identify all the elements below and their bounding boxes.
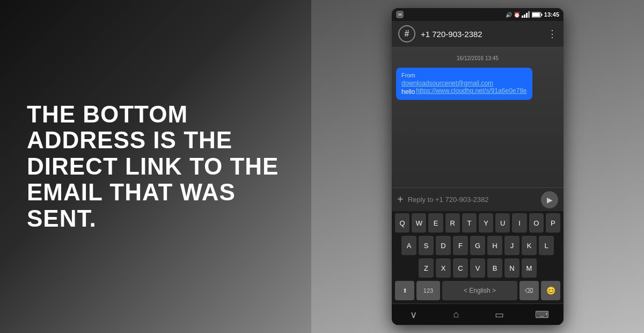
left-panel: THE BOTTOM ADDRESS IS THE DIRECT LINK TO… <box>0 0 311 333</box>
recents-nav-button[interactable]: ▭ <box>488 304 510 325</box>
key-b[interactable]: B <box>487 258 502 278</box>
email-link[interactable]: downloadsourcenet@gmail.com <box>401 79 527 87</box>
key-g[interactable]: G <box>470 236 485 255</box>
key-y[interactable]: Y <box>479 213 493 233</box>
svg-rect-3 <box>524 15 525 18</box>
key-n[interactable]: N <box>504 258 519 278</box>
key-a[interactable]: A <box>401 236 416 255</box>
attach-button[interactable]: + <box>397 193 404 206</box>
keyboard-bottom-row: ⬆ 123 < English > ⌫ 😊 <box>392 279 564 303</box>
language-key[interactable]: < English > <box>442 281 517 300</box>
menu-dots-button[interactable]: ⋮ <box>547 28 557 40</box>
message-bubble: From downloadsourcenet@gmail.com hello h… <box>396 68 532 100</box>
alarm-icon: ⏰ <box>514 12 520 18</box>
key-d[interactable]: D <box>436 236 451 255</box>
key-e[interactable]: E <box>428 213 443 233</box>
nav-bar: ∨ ⌂ ▭ ⌨ <box>392 303 564 325</box>
battery-icon <box>532 12 543 18</box>
signal-icon <box>522 11 530 18</box>
key-p[interactable]: P <box>546 213 560 233</box>
svg-rect-4 <box>526 13 528 18</box>
phone-frame: ✉ 🔊 ⏰ <box>392 8 564 325</box>
keyboard-nav-button[interactable]: ⌨ <box>531 304 553 325</box>
key-i[interactable]: I <box>512 213 526 233</box>
hash-avatar: # <box>398 25 415 42</box>
svg-rect-5 <box>528 11 530 18</box>
reply-input[interactable]: Reply to +1 720-903-2382 <box>408 196 537 204</box>
key-v[interactable]: V <box>470 258 485 278</box>
key-s[interactable]: S <box>419 236 434 255</box>
reply-bar: + Reply to +1 720-903-2382 ▶ <box>392 187 564 211</box>
key-w[interactable]: W <box>412 213 426 233</box>
send-button[interactable]: ▶ <box>541 191 558 208</box>
delete-key[interactable]: ⌫ <box>519 281 539 300</box>
svg-rect-7 <box>541 13 542 16</box>
key-j[interactable]: J <box>504 236 519 255</box>
headline-text: THE BOTTOM ADDRESS IS THE DIRECT LINK TO… <box>27 102 284 231</box>
key-f[interactable]: F <box>453 236 468 255</box>
volume-icon: 🔊 <box>506 12 512 18</box>
keyboard-row-1: Q W E R T Y U I O P <box>392 211 564 234</box>
shift-key[interactable]: ⬆ <box>395 281 414 300</box>
right-panel: ✉ 🔊 ⏰ <box>311 0 644 333</box>
message-timestamp: 16/12/2016 13:45 <box>396 55 559 61</box>
phone-number-display: +1 720-903-2382 <box>421 30 542 39</box>
keyboard-row-2: A S D F G H J K L <box>392 234 564 256</box>
keyboard-row-3: Z X C V B N M <box>392 256 564 279</box>
svg-text:✉: ✉ <box>398 12 402 17</box>
app-icon: ✉ <box>396 11 404 18</box>
svg-rect-2 <box>522 16 523 18</box>
key-l[interactable]: L <box>539 236 554 255</box>
back-nav-button[interactable]: ∨ <box>402 304 424 325</box>
app-header: # +1 720-903-2382 ⋮ <box>392 21 564 47</box>
status-bar: ✉ 🔊 ⏰ <box>392 8 564 21</box>
status-right-icons: 🔊 ⏰ 13:45 <box>506 11 559 18</box>
keyboard: Q W E R T Y U I O P A S D F G H J K <box>392 211 564 303</box>
emoji-key[interactable]: 😊 <box>541 281 560 300</box>
key-x[interactable]: X <box>436 258 451 278</box>
url-link[interactable]: https://www.cloudhq.net/s/91a6e0e78e <box>416 87 526 96</box>
numbers-key[interactable]: 123 <box>416 281 440 300</box>
key-t[interactable]: T <box>462 213 477 233</box>
key-z[interactable]: Z <box>419 258 434 278</box>
key-q[interactable]: Q <box>395 213 409 233</box>
svg-rect-8 <box>532 13 540 17</box>
message-area: 16/12/2016 13:45 From downloadsourcenet@… <box>392 47 564 187</box>
status-left-icons: ✉ <box>396 11 404 18</box>
key-h[interactable]: H <box>487 236 502 255</box>
from-label: From <box>401 72 527 78</box>
message-text: hello <box>401 88 415 96</box>
status-time: 13:45 <box>544 11 559 18</box>
key-c[interactable]: C <box>453 258 468 278</box>
key-m[interactable]: M <box>522 258 537 278</box>
key-o[interactable]: O <box>529 213 544 233</box>
key-k[interactable]: K <box>522 236 537 255</box>
key-u[interactable]: U <box>495 213 510 233</box>
key-r[interactable]: R <box>445 213 460 233</box>
home-nav-button[interactable]: ⌂ <box>445 304 467 325</box>
